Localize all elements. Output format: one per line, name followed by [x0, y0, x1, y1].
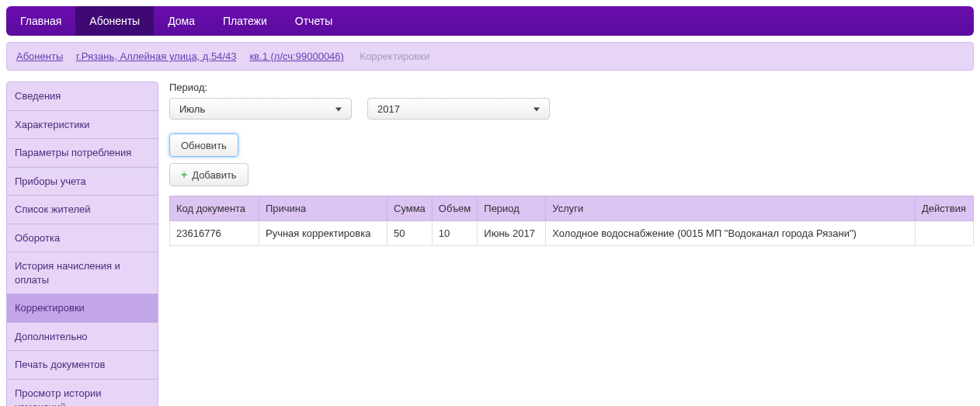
col-doc-code: Код документа — [170, 196, 259, 221]
sidebar-item-change-history[interactable]: Просмотр истории изменений — [7, 380, 158, 406]
col-volume: Объем — [432, 196, 477, 221]
main-panel: Период: Июль 2017 Обновить + Добавить К — [169, 82, 974, 406]
year-select-value: 2017 — [377, 103, 400, 115]
col-actions: Действия — [916, 196, 974, 221]
top-nav: Главная Абоненты Дома Платежи Отчеты — [6, 6, 974, 36]
cell-period: Июнь 2017 — [478, 221, 546, 246]
sidebar-item-consumption-params[interactable]: Параметры потребления — [7, 139, 158, 168]
period-label: Период: — [169, 82, 974, 93]
cell-reason: Ручная корректировка — [259, 221, 387, 246]
sidebar-item-meters[interactable]: Приборы учета — [7, 168, 158, 196]
col-period: Период — [478, 196, 546, 221]
nav-main[interactable]: Главная — [6, 6, 75, 36]
sidebar-item-print-docs[interactable]: Печать документов — [7, 351, 158, 380]
cell-sum: 50 — [387, 221, 433, 246]
refresh-button[interactable]: Обновить — [169, 134, 238, 157]
sidebar-item-info[interactable]: Сведения — [7, 82, 158, 111]
col-reason: Причина — [259, 196, 387, 221]
chevron-down-icon — [533, 108, 540, 112]
year-select[interactable]: 2017 — [367, 98, 550, 120]
sidebar-item-history[interactable]: История начисления и оплаты — [7, 252, 158, 294]
nav-houses[interactable]: Дома — [154, 6, 209, 36]
sidebar-item-characteristics[interactable]: Характеристики — [7, 111, 158, 140]
sidebar: Сведения Характеристики Параметры потреб… — [6, 82, 158, 406]
sidebar-item-corrections[interactable]: Корректировки — [7, 294, 158, 323]
cell-volume: 10 — [432, 221, 477, 246]
cell-doc-code: 23616776 — [170, 221, 259, 246]
cell-actions — [916, 221, 974, 246]
nav-payments[interactable]: Платежи — [209, 6, 281, 36]
breadcrumb-link-subscribers[interactable]: Абоненты — [16, 50, 63, 62]
add-button-label: Добавить — [192, 169, 236, 181]
breadcrumb: Абоненты г.Рязань, Аллейная улица, д.54/… — [6, 42, 974, 71]
table-row: 23616776 Ручная корректировка 50 10 Июнь… — [170, 221, 974, 246]
plus-icon: + — [181, 168, 187, 181]
breadcrumb-link-apartment[interactable]: кв.1 (л/сч:99000046) — [249, 50, 343, 62]
sidebar-item-turnover[interactable]: Оборотка — [7, 224, 158, 253]
chevron-down-icon — [335, 108, 342, 112]
add-button[interactable]: + Добавить — [169, 163, 248, 186]
col-services: Услуги — [546, 196, 916, 221]
breadcrumb-link-address[interactable]: г.Рязань, Аллейная улица, д.54/43 — [76, 50, 237, 62]
corrections-table: Код документа Причина Сумма Объем Период… — [169, 196, 974, 246]
breadcrumb-current: Корректировки — [360, 50, 429, 62]
cell-services: Холодное водоснабжение (0015 МП "Водокан… — [546, 221, 916, 246]
month-select-value: Июль — [179, 103, 205, 115]
month-select[interactable]: Июль — [169, 98, 352, 120]
sidebar-item-residents[interactable]: Список жителей — [7, 196, 158, 224]
col-sum: Сумма — [387, 196, 433, 221]
sidebar-item-additional[interactable]: Дополнительно — [7, 323, 158, 352]
nav-reports[interactable]: Отчеты — [281, 6, 346, 36]
nav-subscribers[interactable]: Абоненты — [75, 6, 154, 36]
